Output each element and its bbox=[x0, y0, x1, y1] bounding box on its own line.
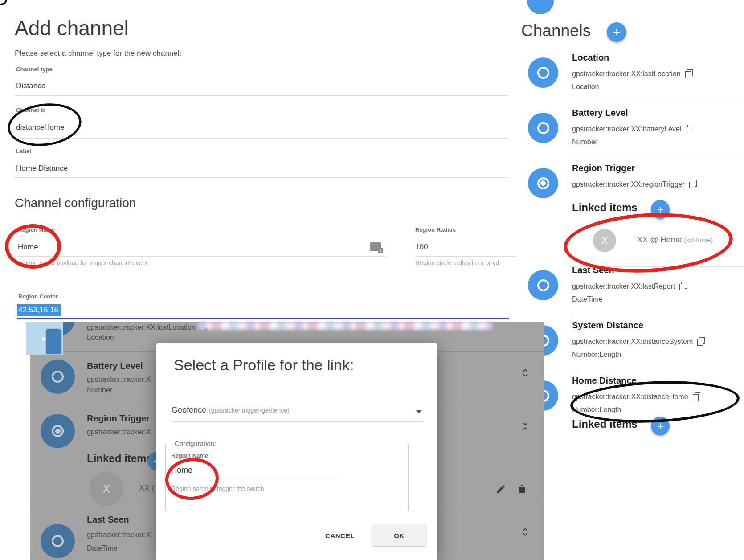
region-name-field[interactable]: Home bbox=[18, 243, 38, 252]
channel-uid: gpstracker:tracker:XX:lastLocation bbox=[87, 323, 196, 331]
copy-icon[interactable] bbox=[697, 337, 705, 346]
channel-item-type: Location bbox=[87, 334, 114, 342]
map-widget-icon bbox=[45, 328, 62, 355]
linked-item-label[interactable]: XX ( bbox=[139, 483, 155, 493]
region-name-label: Region Name bbox=[171, 452, 208, 459]
region-name-hint: Region name to trigger the switch bbox=[171, 485, 264, 492]
plus-icon: + bbox=[613, 25, 620, 39]
avatar-letter: X bbox=[601, 235, 608, 246]
radio-unchecked-icon bbox=[52, 535, 64, 547]
channel-item-type: Number bbox=[87, 386, 112, 394]
sms-icon[interactable]: 3 bbox=[370, 242, 381, 251]
copy-icon[interactable] bbox=[686, 125, 693, 133]
region-name-hint: Region name payload for trigger channel … bbox=[18, 259, 147, 266]
copy-icon[interactable] bbox=[685, 69, 693, 78]
app-window: Add channel Please select a channel type… bbox=[0, 0, 744, 560]
pencil-icon[interactable] bbox=[495, 484, 506, 495]
region-radius-field[interactable]: 100 bbox=[415, 243, 428, 252]
channel-uid: gpstracker:tracker:XX:regionTrigger bbox=[572, 180, 685, 188]
row-divider bbox=[572, 102, 744, 102]
channel-uid: gpstracker:tracker:X bbox=[87, 376, 151, 384]
row-divider bbox=[572, 157, 744, 157]
channel-uid: gpstracker:tracker:XX:distanceSystem bbox=[572, 338, 693, 346]
radio-unchecked-icon bbox=[537, 122, 549, 134]
channel-uid: gpstracker:tracker:X bbox=[87, 531, 151, 539]
channel-name: Location bbox=[572, 53, 609, 63]
linked-item-suffix: (xxHome) bbox=[684, 236, 713, 244]
channel-id-field[interactable]: distanceHome bbox=[16, 123, 65, 132]
region-radius-label: Region Radius bbox=[415, 226, 456, 233]
configuration-fieldset: Configuration: Region Name Home Region n… bbox=[165, 444, 409, 511]
channel-item-type: Location bbox=[572, 83, 599, 91]
channel-name: Battery Level bbox=[87, 361, 143, 371]
channel-avatar bbox=[528, 270, 558, 300]
channel-uid: gpstracker:tracker:XX:lastLocation bbox=[572, 70, 681, 78]
channel-item-type: Number:Length bbox=[572, 351, 621, 359]
channel-uid-row: gpstracker:tracker:XX:lastLocation bbox=[572, 69, 693, 78]
plus-icon: + bbox=[657, 203, 663, 217]
linked-items-header: Linked items bbox=[572, 418, 638, 430]
label-label: Label bbox=[16, 148, 31, 155]
linked-items-header: Linked items bbox=[87, 452, 152, 465]
channel-uid-row: gpstracker:tracker:XX:lastLocation bbox=[87, 323, 208, 331]
chevron-down-icon[interactable] bbox=[416, 410, 422, 413]
row-divider bbox=[572, 370, 744, 370]
channel-avatar bbox=[528, 57, 558, 88]
label-field[interactable]: Home Distance bbox=[16, 164, 68, 173]
channel-type-field[interactable]: Distance bbox=[16, 82, 45, 90]
profile-select-underline bbox=[172, 421, 424, 422]
copy-icon[interactable] bbox=[679, 282, 687, 290]
radio-checked-icon bbox=[537, 177, 549, 189]
profile-select[interactable]: Geofence(gpstracker:trigger-geofence) bbox=[172, 405, 290, 415]
linked-item-label[interactable]: XX @ Home (xxHome) bbox=[637, 235, 713, 245]
unfold-more-icon[interactable] bbox=[520, 368, 531, 378]
channel-uid-row: gpstracker:tracker:XX:lastReport bbox=[572, 282, 687, 290]
add-link-button[interactable]: + bbox=[651, 200, 670, 219]
cancel-button[interactable]: CANCEL bbox=[317, 525, 363, 546]
channel-uid-row: gpstracker:tracker:XX:distanceHome bbox=[572, 392, 700, 401]
avatar-letter: X bbox=[102, 482, 110, 496]
channel-name: Region Trigger bbox=[572, 163, 635, 173]
profile-suffix: (gpstracker:trigger-geofence) bbox=[209, 407, 290, 414]
profile-dialog: Select a Profile for the link: Geofence(… bbox=[156, 343, 437, 560]
region-name-underline bbox=[171, 481, 338, 481]
channel-name: Home Distance bbox=[572, 376, 637, 386]
dialog-title: Select a Profile for the link: bbox=[174, 356, 354, 374]
region-center-focus-underline bbox=[17, 318, 509, 319]
channel-id-underline bbox=[15, 138, 508, 139]
region-name-label: Region Name bbox=[18, 226, 55, 233]
profile-value: Geofence bbox=[172, 405, 206, 414]
linked-item-avatar: X bbox=[89, 471, 124, 506]
radio-unchecked-icon bbox=[537, 279, 549, 291]
region-center-field[interactable]: 42.53,16.16 bbox=[17, 304, 61, 316]
channel-uid-row: gpstracker:tracker:X bbox=[87, 428, 151, 436]
channel-name: Last Seen bbox=[87, 515, 129, 525]
region-radius-hint: Region circle radius in m or yd bbox=[415, 259, 499, 266]
linked-item-avatar: X bbox=[593, 229, 616, 252]
sms-badge: 3 bbox=[378, 248, 383, 253]
channel-uid-row: gpstracker:tracker:XX:regionTrigger bbox=[572, 180, 697, 188]
radio-unchecked-icon bbox=[537, 67, 549, 79]
radio-checked-icon bbox=[52, 425, 64, 437]
copy-icon[interactable] bbox=[689, 180, 697, 188]
page-title: Add channel bbox=[15, 16, 129, 40]
channel-avatar bbox=[528, 113, 558, 143]
add-link-button[interactable]: + bbox=[651, 417, 670, 435]
channel-uid: gpstracker:tracker:X bbox=[87, 428, 151, 436]
channel-uid: gpstracker:tracker:XX:lastReport bbox=[572, 282, 675, 290]
trash-icon[interactable] bbox=[517, 484, 527, 495]
linked-items-header: Linked items bbox=[572, 201, 638, 214]
add-channel-button[interactable]: + bbox=[607, 22, 626, 42]
unfold-more-icon[interactable] bbox=[520, 527, 531, 537]
annotation-corner-arc bbox=[0, 0, 7, 5]
region-radius-underline bbox=[415, 256, 516, 257]
region-name-underline bbox=[18, 256, 386, 257]
config-section-title: Channel configuration bbox=[15, 196, 136, 210]
channel-item-type: Number bbox=[572, 138, 597, 146]
channel-item-type: Number:Length bbox=[572, 406, 621, 414]
ok-button[interactable]: OK bbox=[372, 525, 426, 546]
region-name-field[interactable]: Home bbox=[171, 466, 192, 475]
map-dot bbox=[42, 337, 45, 341]
copy-icon[interactable] bbox=[693, 392, 700, 401]
unfold-less-icon[interactable] bbox=[520, 421, 531, 432]
